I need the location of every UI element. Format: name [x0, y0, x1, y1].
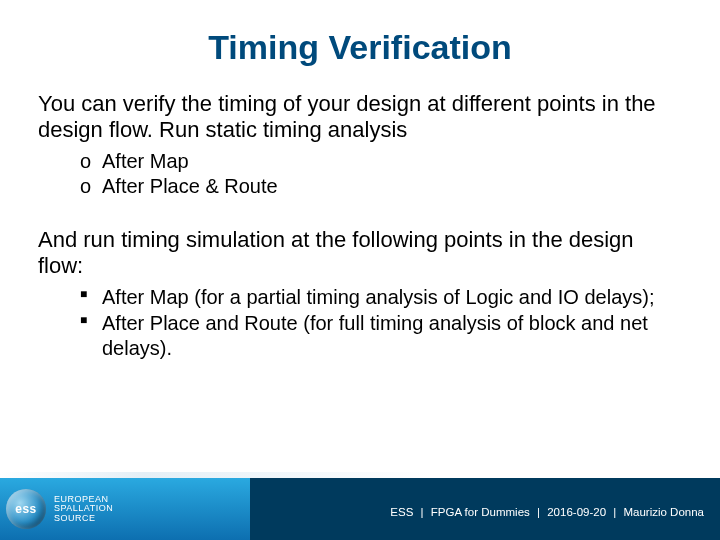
- slide-body: You can verify the timing of your design…: [0, 67, 720, 360]
- list-item: After Map (for a partial timing analysis…: [80, 285, 682, 309]
- ess-logo-icon: ess: [6, 489, 46, 529]
- ess-logo-text: European Spallation Source: [54, 495, 113, 523]
- list-static-timing: After Map After Place & Route: [80, 149, 682, 199]
- footer-author: Maurizio Donna: [623, 506, 704, 518]
- ess-logo-initials: ess: [15, 502, 37, 516]
- separator-icon: |: [421, 506, 424, 518]
- intro-paragraph-1: You can verify the timing of your design…: [38, 91, 682, 143]
- list-timing-sim: After Map (for a partial timing analysis…: [80, 285, 682, 360]
- separator-icon: |: [537, 506, 540, 518]
- footer-org: ESS: [390, 506, 413, 518]
- list-item: After Place & Route: [80, 174, 682, 199]
- footer-band: ess European Spallation Source ESS | FPG…: [0, 478, 720, 540]
- separator-icon: |: [613, 506, 616, 518]
- list-item: After Place and Route (for full timing a…: [80, 311, 682, 360]
- footer-meta: ESS | FPGA for Dummies | 2016-09-20 | Ma…: [390, 506, 704, 518]
- intro-paragraph-2: And run timing simulation at the followi…: [38, 227, 682, 279]
- footer-doc: FPGA for Dummies: [431, 506, 530, 518]
- logo: ess European Spallation Source: [6, 482, 113, 536]
- slide-root: Timing Verification You can verify the t…: [0, 0, 720, 540]
- slide-title: Timing Verification: [0, 0, 720, 67]
- list-item: After Map: [80, 149, 682, 174]
- footer-date: 2016-09-20: [547, 506, 606, 518]
